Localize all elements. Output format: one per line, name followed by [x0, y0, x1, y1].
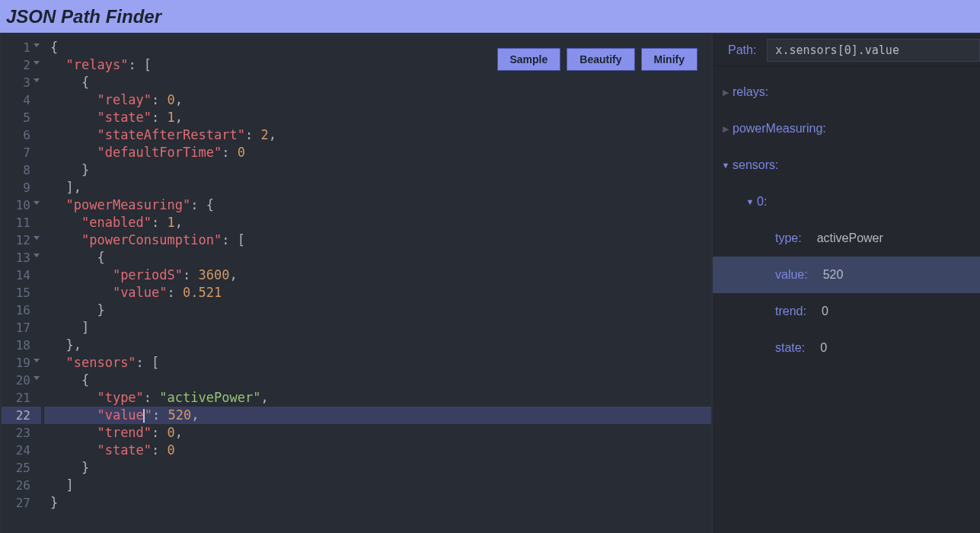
tree-key: relays:	[733, 85, 768, 99]
code-line[interactable]: "state": 0	[44, 442, 711, 459]
tree-key: state:	[775, 341, 805, 355]
code-line[interactable]: }	[44, 161, 711, 179]
fold-chevron-icon[interactable]	[34, 43, 40, 47]
tree-row-trend[interactable]: trend:0	[713, 293, 980, 330]
gutter-line-number: 24	[2, 442, 41, 459]
tree-row-powerMeasuring[interactable]: ▶powerMeasuring:	[713, 110, 980, 147]
json-editor[interactable]: 1234567891011121314151617181920212223242…	[0, 34, 713, 533]
path-label: Path:	[728, 43, 756, 57]
path-input[interactable]: x.sensors[0].value	[767, 39, 980, 62]
gutter-line-number: 6	[2, 126, 41, 144]
gutter-line-number: 1	[2, 39, 41, 56]
code-line[interactable]: "enabled": 1,	[44, 214, 711, 231]
tree-key: powerMeasuring:	[733, 122, 826, 136]
json-tree: ▶relays:▶powerMeasuring:▼sensors:▼0:type…	[713, 66, 980, 366]
code-line[interactable]: {	[44, 372, 711, 389]
main-area: 1234567891011121314151617181920212223242…	[0, 34, 980, 533]
code-line[interactable]: "type": "activePower",	[44, 389, 711, 407]
chevron-down-icon[interactable]: ▼	[743, 197, 757, 206]
gutter-line-number: 4	[2, 91, 41, 109]
code-line[interactable]: {	[44, 249, 711, 266]
code-line[interactable]: "state": 1,	[44, 109, 711, 126]
gutter-line-number: 8	[2, 161, 41, 179]
tree-row-0[interactable]: ▼0:	[713, 184, 980, 220]
gutter-line-number: 9	[2, 179, 41, 196]
code-line[interactable]: {	[44, 74, 711, 91]
code-line[interactable]: ]	[44, 477, 711, 494]
chevron-right-icon[interactable]: ▶	[719, 124, 733, 134]
tree-row-type[interactable]: type:activePower	[713, 220, 980, 257]
gutter-line-number: 23	[2, 424, 41, 442]
tree-row-sensors[interactable]: ▼sensors:	[713, 147, 980, 184]
code-line[interactable]: "relay": 0,	[44, 91, 711, 109]
path-tree-panel: Path: x.sensors[0].value ▶relays:▶powerM…	[713, 34, 980, 533]
code-line[interactable]: }	[44, 459, 711, 477]
tree-row-value[interactable]: value:520	[713, 257, 980, 293]
gutter-line-number: 16	[2, 302, 41, 319]
minify-button[interactable]: Minify	[641, 48, 697, 71]
editor-code[interactable]: { "relays": [ { "relay": 0, "state": 1, …	[44, 34, 711, 533]
gutter-line-number: 26	[2, 477, 41, 494]
code-line[interactable]: "trend": 0,	[44, 424, 711, 442]
chevron-down-icon[interactable]: ▼	[719, 161, 733, 170]
editor-buttons: Sample Beautify Minify	[497, 48, 698, 71]
code-line[interactable]: ],	[44, 179, 711, 196]
chevron-right-icon[interactable]: ▶	[719, 88, 733, 97]
app-header: JSON Path Finder	[0, 0, 980, 34]
gutter-line-number: 22	[2, 407, 41, 424]
tree-key: trend:	[775, 305, 806, 318]
fold-chevron-icon[interactable]	[34, 78, 40, 82]
gutter-line-number: 13	[2, 249, 41, 266]
tree-key: type:	[775, 231, 802, 245]
gutter-line-number: 2	[2, 56, 41, 74]
code-line[interactable]: ]	[44, 319, 711, 337]
gutter-line-number: 10	[2, 196, 41, 214]
gutter-line-number: 18	[2, 337, 41, 354]
fold-chevron-icon[interactable]	[34, 376, 40, 380]
beautify-button[interactable]: Beautify	[567, 48, 634, 71]
fold-chevron-icon[interactable]	[34, 236, 40, 240]
gutter-line-number: 15	[2, 284, 41, 302]
code-line[interactable]: },	[44, 337, 711, 354]
tree-key: 0:	[757, 195, 767, 209]
gutter-line-number: 19	[2, 354, 41, 372]
tree-row-relays[interactable]: ▶relays:	[713, 74, 980, 110]
code-line[interactable]: "powerConsumption": [	[44, 231, 711, 249]
gutter-line-number: 25	[2, 459, 41, 477]
fold-chevron-icon[interactable]	[34, 359, 40, 362]
fold-chevron-icon[interactable]	[34, 254, 40, 257]
gutter-line-number: 12	[2, 231, 41, 249]
code-line[interactable]: "defaultForTime": 0	[44, 144, 711, 161]
tree-value: 0	[820, 341, 827, 355]
code-line[interactable]: "periodS": 3600,	[44, 266, 711, 284]
gutter-line-number: 7	[2, 144, 41, 161]
editor-gutter: 1234567891011121314151617181920212223242…	[2, 34, 44, 533]
app-title: JSON Path Finder	[6, 6, 161, 27]
gutter-line-number: 17	[2, 319, 41, 337]
code-line[interactable]: "powerMeasuring": {	[44, 196, 711, 214]
tree-key: sensors:	[733, 158, 778, 172]
gutter-line-number: 20	[2, 372, 41, 389]
code-line[interactable]: "stateAfterRestart": 2,	[44, 126, 711, 144]
gutter-line-number: 3	[2, 74, 41, 91]
sample-button[interactable]: Sample	[497, 48, 561, 71]
gutter-line-number: 5	[2, 109, 41, 126]
gutter-line-number: 11	[2, 214, 41, 231]
tree-value: 0	[822, 305, 828, 318]
code-line[interactable]: }	[44, 494, 711, 512]
tree-value: 520	[823, 268, 844, 282]
gutter-line-number: 14	[2, 266, 41, 284]
code-line[interactable]: "value": 520,	[44, 407, 711, 424]
tree-value: activePower	[817, 231, 883, 245]
tree-key: value:	[775, 268, 808, 282]
fold-chevron-icon[interactable]	[34, 201, 40, 205]
code-line[interactable]: "value": 0.521	[44, 284, 711, 302]
tree-row-state[interactable]: state:0	[713, 330, 980, 366]
path-row: Path: x.sensors[0].value	[713, 34, 980, 66]
gutter-line-number: 27	[2, 494, 41, 512]
code-line[interactable]: "sensors": [	[44, 354, 711, 372]
code-line[interactable]: }	[44, 302, 711, 319]
fold-chevron-icon[interactable]	[34, 61, 40, 65]
gutter-line-number: 21	[2, 389, 41, 407]
